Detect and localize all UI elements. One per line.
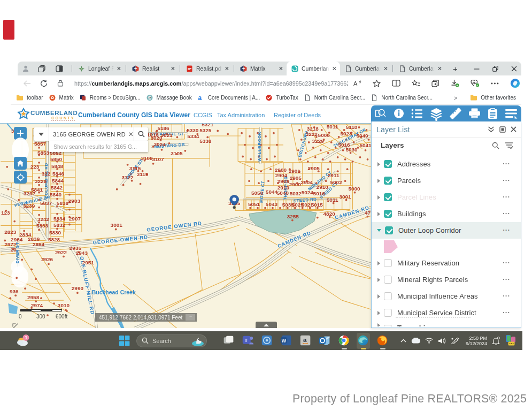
link-tax-administration[interactable]: Tax Administration — [217, 112, 265, 118]
bookmark-1[interactable]: toolbar — [16, 94, 43, 101]
layer-checkbox[interactable] — [384, 325, 392, 326]
copilot-icon[interactable] — [510, 78, 520, 88]
settings-more-icon[interactable] — [491, 82, 499, 85]
layer-row-parcels[interactable]: Parcels... — [372, 172, 521, 189]
search-dropdown-button[interactable] — [34, 127, 49, 141]
search-suggestion[interactable]: Show search results for 3165 G... — [49, 141, 148, 152]
search-submit-button[interactable] — [134, 127, 148, 141]
browser-tab-6[interactable]: Cumberlan✕ — [340, 62, 391, 75]
new-tab-button[interactable]: + — [453, 64, 458, 73]
notification-bell-icon[interactable] — [492, 337, 500, 345]
layer-row-addresses[interactable]: Addresses... — [372, 156, 521, 172]
layer-menu-dots[interactable]: ... — [503, 224, 510, 232]
layer-checkbox[interactable] — [384, 177, 392, 185]
refresh-icon[interactable] — [36, 80, 52, 87]
attribute-table-tab[interactable] — [256, 322, 277, 328]
my-location-button[interactable] — [14, 171, 27, 184]
home-button[interactable] — [14, 157, 27, 170]
taskbar-clock[interactable]: 2:50 PM 9/12/2024 — [466, 336, 487, 346]
layer-checkbox[interactable] — [385, 226, 393, 234]
read-aloud-icon[interactable]: A — [353, 80, 361, 87]
edge-taskbar-icon[interactable] — [357, 334, 369, 347]
layer-menu-dots[interactable]: ... — [503, 208, 510, 216]
info-icon[interactable] — [394, 108, 404, 119]
bookmark-6[interactable]: TurboTax — [265, 94, 298, 101]
favorite-star-icon[interactable] — [373, 80, 381, 87]
layer-row-buildings[interactable]: Buildings... — [372, 206, 521, 222]
layer-row-townships[interactable]: Townships — [372, 323, 521, 326]
bookmark-5[interactable]: aCore Documents | A... — [197, 94, 260, 101]
browser-essentials-icon[interactable] — [471, 79, 480, 87]
tab-close-icon[interactable]: ✕ — [383, 65, 388, 72]
layer-checkbox[interactable] — [384, 276, 392, 284]
browser-tab-4[interactable]: Matrix✕ — [235, 62, 287, 75]
tray-chevron-up-icon[interactable] — [400, 339, 406, 342]
blue-app-taskbar-icon[interactable] — [261, 334, 273, 347]
dock-icon[interactable] — [499, 126, 506, 133]
layers-icon[interactable] — [430, 108, 443, 119]
layer-expand-icon[interactable] — [377, 195, 380, 200]
layer-expand-icon[interactable] — [377, 179, 380, 183]
tab-close-icon[interactable]: ✕ — [117, 65, 121, 72]
layer-menu-dots[interactable]: ... — [503, 290, 510, 298]
bookmark-2[interactable]: Matrix — [49, 94, 74, 101]
bookmark-7[interactable]: North Carolina Secr... — [304, 94, 366, 101]
tab-close-icon[interactable]: ✕ — [171, 65, 175, 72]
lock-icon[interactable] — [52, 80, 69, 87]
chrome-taskbar-icon[interactable] — [338, 334, 350, 347]
layer-row-mineral-rights-parcels[interactable]: Mineral Rights Parcels... — [372, 271, 521, 288]
search-clear-icon[interactable]: ✕ — [128, 131, 134, 138]
layer-row-military-reservation[interactable]: Military Reservation... — [372, 255, 521, 271]
collapse-all-icon[interactable] — [488, 126, 495, 132]
layer-checkbox[interactable] — [384, 259, 392, 267]
close-panel-icon[interactable] — [511, 126, 516, 132]
layer-menu-dots[interactable]: ... — [503, 307, 510, 315]
coordinates-capture-icon[interactable]: ⌃ — [186, 314, 195, 321]
layer-row-outer-loop-corridor[interactable]: Outer Loop Corridor... — [372, 222, 521, 239]
tab-groups-icon[interactable] — [34, 65, 50, 73]
layer-expand-icon[interactable] — [377, 229, 381, 232]
layer-checkbox[interactable] — [384, 210, 392, 218]
bookmark-3[interactable]: Rooms > DocuSign... — [79, 94, 141, 101]
layer-menu-dots[interactable]: ... — [503, 191, 510, 199]
more-widgets-icon[interactable] — [505, 109, 518, 119]
tab-close-icon[interactable]: ✕ — [332, 65, 337, 72]
split-screen-icon[interactable] — [392, 80, 400, 87]
layer-checkbox[interactable] — [384, 160, 392, 168]
outlook-taskbar-icon[interactable] — [319, 334, 331, 347]
weather-widget-icon[interactable]: 1 — [16, 334, 30, 347]
collections-star-icon[interactable] — [412, 80, 420, 87]
tab-close-icon[interactable]: ✕ — [279, 65, 283, 72]
report-icon[interactable] — [488, 108, 498, 119]
layer-row-municipal-influence-areas[interactable]: Municipal Influence Areas... — [372, 288, 521, 305]
teams-taskbar-icon[interactable]: T — [242, 334, 254, 347]
colorful-app-icon[interactable] — [505, 334, 517, 347]
layer-expand-icon[interactable] — [377, 261, 380, 265]
layer-row-parcel-lines[interactable]: Parcel Lines... — [372, 189, 521, 206]
search-input[interactable]: 3165 GEORGE OWEN RD — [53, 131, 126, 138]
legend-icon[interactable] — [411, 109, 423, 118]
layer-menu-dots[interactable]: ... — [503, 273, 510, 281]
layer-expand-icon[interactable] — [377, 311, 380, 315]
browser-tab-2[interactable]: Realist✕ — [127, 62, 179, 75]
collections-add-icon[interactable] — [431, 80, 440, 87]
layer-expand-icon[interactable] — [377, 162, 380, 166]
layer-expand-icon[interactable] — [377, 294, 380, 299]
layer-expand-icon[interactable] — [377, 212, 380, 216]
close-window-icon[interactable] — [511, 66, 517, 72]
link-register-of-deeds[interactable]: Register of Deeds — [274, 112, 321, 118]
bookmark-8[interactable]: North Carolina Secr... — [371, 94, 433, 101]
layer-expand-icon[interactable] — [377, 323, 380, 326]
amazon-taskbar-icon[interactable]: a — [299, 334, 312, 347]
bookmark-4[interactable]: Massage Book — [146, 94, 192, 101]
layer-checkbox[interactable] — [384, 309, 392, 317]
taskbar-search[interactable]: Search — [136, 334, 207, 347]
start-button[interactable] — [119, 335, 130, 346]
browser-tab-5[interactable]: Cumberlan✕ — [287, 62, 340, 75]
onedrive-icon[interactable] — [411, 338, 420, 344]
layer-filter-icon[interactable] — [505, 142, 513, 149]
minimize-icon[interactable] — [474, 66, 480, 72]
link-ccgis[interactable]: CCGIS — [194, 112, 212, 118]
downloads-icon[interactable] — [451, 79, 459, 87]
bookmarks-overflow-chevron[interactable]: > — [454, 95, 457, 101]
